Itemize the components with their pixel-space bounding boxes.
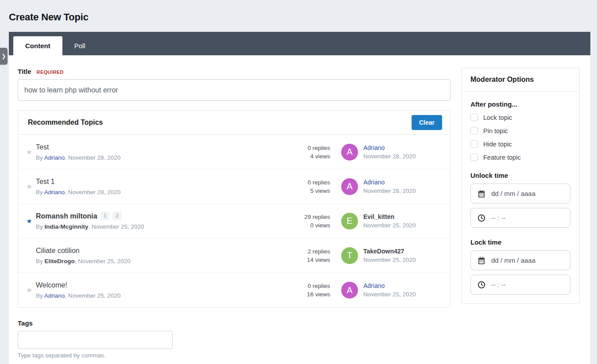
replies-count: 0 replies <box>289 282 330 290</box>
author-link[interactable]: Adriano <box>44 189 65 195</box>
tab-bar: Content Poll <box>9 32 590 55</box>
title-required-flag: REQUIRED <box>37 69 64 75</box>
lock-time-label: Lock time <box>470 238 570 246</box>
checkbox-label: Lock topic <box>483 114 512 121</box>
topic-stats: 0 replies 4 views <box>289 144 330 161</box>
topic-byline: By Adriano, November 28, 2020 <box>36 153 289 162</box>
replies-count: 0 replies <box>289 144 330 152</box>
topic-stats: 29 replies 0 views <box>289 213 330 230</box>
tags-input[interactable] <box>18 331 173 349</box>
avatar[interactable]: A <box>341 144 358 161</box>
avatar[interactable]: E <box>341 213 358 230</box>
replies-count: 29 replies <box>289 213 330 221</box>
feature-topic-option[interactable]: Feature topic <box>470 153 570 161</box>
topic-title-link[interactable]: Test <box>36 142 289 152</box>
star-icon: ★ <box>26 286 32 294</box>
date-placeholder: dd / mm / aaaa <box>491 257 535 264</box>
topic-title-link[interactable]: Ciliate cotilion <box>36 246 289 256</box>
clock-icon <box>478 281 485 289</box>
last-poster: Evil_kitten November 25, 2020 <box>363 213 443 230</box>
topic-row[interactable]: ★ Welcome! By Adriano, November 25, 2020… <box>18 273 450 307</box>
star-icon: ★ <box>26 148 32 156</box>
lock-topic-checkbox[interactable] <box>470 114 478 121</box>
title-field-label: Title <box>18 68 31 75</box>
tab-poll[interactable]: Poll <box>62 36 97 55</box>
moderator-options-card: Moderator Options After posting... Lock … <box>461 68 580 304</box>
checkbox-label: Feature topic <box>483 154 521 161</box>
lock-topic-option[interactable]: Lock topic <box>470 114 570 121</box>
last-poster: TakeDown427 November 25, 2020 <box>363 247 443 264</box>
checkbox-label: Hide topic <box>483 141 512 148</box>
replies-count: 2 replies <box>289 247 330 256</box>
topic-stats: 0 replies 16 views <box>289 282 330 299</box>
author-link[interactable]: India-Mcginnity <box>45 223 89 230</box>
page-badge[interactable]: 2 <box>112 211 122 220</box>
calendar-icon <box>478 190 485 198</box>
poster-date: November 28, 2020 <box>363 152 443 161</box>
poster-date: November 25, 2020 <box>363 221 443 230</box>
topic-byline: By EliteDrogo, November 25, 2020 <box>36 257 289 265</box>
views-count: 16 views <box>289 290 330 299</box>
calendar-icon <box>478 257 485 264</box>
topic-title-input[interactable] <box>18 79 451 101</box>
poster-date: November 25, 2020 <box>363 290 443 299</box>
poster-date: November 28, 2020 <box>363 187 443 195</box>
topic-stats: 2 replies 14 views <box>289 247 330 264</box>
views-count: 14 views <box>289 256 330 264</box>
topic-row[interactable]: ★ Test By Adriano, November 28, 2020 0 r… <box>18 135 450 169</box>
lock-time-input[interactable]: -- : -- <box>470 275 570 295</box>
author-link[interactable]: Adriano <box>44 154 65 161</box>
avatar[interactable]: A <box>341 178 358 195</box>
poster-name-link[interactable]: Adriano <box>363 282 443 290</box>
star-icon-starred: ★ <box>26 217 32 225</box>
recommended-topics-heading: Recommended Topics <box>28 119 103 126</box>
pin-topic-option[interactable]: Pin topic <box>470 127 570 134</box>
topic-title-link[interactable]: Test 1 <box>36 177 289 187</box>
time-placeholder: -- : -- <box>491 281 505 288</box>
last-poster: Adriano November 25, 2020 <box>363 282 443 299</box>
poster-date: November 25, 2020 <box>363 256 443 264</box>
star-icon: ★ <box>26 183 32 190</box>
unlock-date-input[interactable]: dd / mm / aaaa <box>470 184 570 203</box>
last-poster: Adriano November 28, 2020 <box>363 144 443 161</box>
hide-topic-option[interactable]: Hide topic <box>470 140 570 148</box>
topic-title-link[interactable]: Romansh miltonia12 <box>36 211 289 221</box>
avatar[interactable]: A <box>341 282 358 299</box>
create-topic-panel: Content Poll Title REQUIRED Recommended … <box>9 32 590 364</box>
topic-byline: By Adriano, November 25, 2020 <box>36 291 289 300</box>
hide-topic-checkbox[interactable] <box>470 140 478 148</box>
last-poster: Adriano November 28, 2020 <box>363 178 443 195</box>
unlock-time-label: Unlock time <box>470 172 570 179</box>
feature-topic-checkbox[interactable] <box>470 153 478 161</box>
author-link[interactable]: EliteDrogo <box>45 258 75 264</box>
tags-help-text: Type tags separated by commas. <box>18 352 451 359</box>
clear-button[interactable]: Clear <box>412 115 442 130</box>
chevron-right-icon: ❯ <box>1 53 6 59</box>
views-count: 0 views <box>289 221 330 230</box>
poster-name-link[interactable]: Evil_kitten <box>363 213 443 221</box>
panel-expand-toggle[interactable]: ❯ <box>0 48 8 65</box>
time-placeholder: -- : -- <box>491 214 505 222</box>
pin-topic-checkbox[interactable] <box>470 127 478 134</box>
topic-byline: By Adriano, November 28, 2020 <box>36 188 289 196</box>
unlock-time-input[interactable]: -- : -- <box>470 208 570 228</box>
topic-row[interactable]: Ciliate cotilion By EliteDrogo, November… <box>18 238 450 273</box>
checkbox-label: Pin topic <box>483 127 508 134</box>
author-link[interactable]: Adriano <box>44 292 65 299</box>
page-badge[interactable]: 1 <box>100 211 110 220</box>
views-count: 5 views <box>289 187 330 195</box>
poster-name-link[interactable]: Adriano <box>363 144 443 152</box>
topic-title-link[interactable]: Welcome! <box>36 280 289 290</box>
after-posting-label: After posting... <box>470 100 570 108</box>
topic-row[interactable]: ★ Test 1 By Adriano, November 28, 2020 0… <box>18 169 450 204</box>
avatar[interactable]: T <box>341 247 358 264</box>
recommended-topics-box: Recommended Topics Clear ★ Test By Adria… <box>18 110 451 308</box>
content-area: Title REQUIRED Recommended Topics Clear … <box>9 55 590 364</box>
poster-name-link[interactable]: TakeDown427 <box>363 247 443 256</box>
tab-content[interactable]: Content <box>13 36 62 55</box>
topic-row[interactable]: ★ Romansh miltonia12 By India-Mcginnity,… <box>18 204 450 238</box>
poster-name-link[interactable]: Adriano <box>363 178 443 187</box>
lock-date-input[interactable]: dd / mm / aaaa <box>470 250 570 270</box>
topic-stats: 0 replies 5 views <box>289 178 330 195</box>
tags-field-label: Tags <box>18 319 451 327</box>
